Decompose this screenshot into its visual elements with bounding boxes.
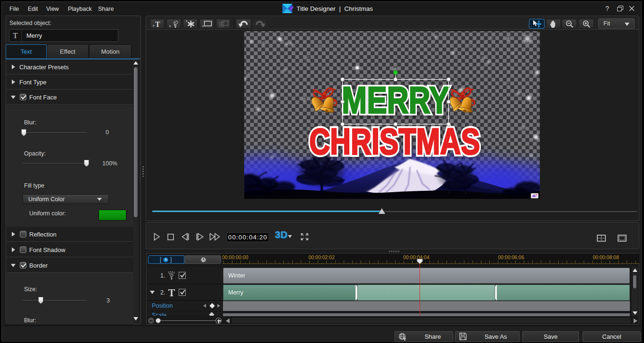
svg-text:+: +	[152, 24, 155, 28]
svg-text:MERRY: MERRY	[342, 79, 449, 121]
svg-text:+: +	[169, 24, 171, 28]
svg-text:*: *	[186, 20, 188, 24]
svg-text:T: T	[155, 20, 160, 28]
svg-text:CHRISTMAS: CHRISTMAS	[309, 121, 480, 162]
svg-text:+: +	[202, 24, 204, 28]
